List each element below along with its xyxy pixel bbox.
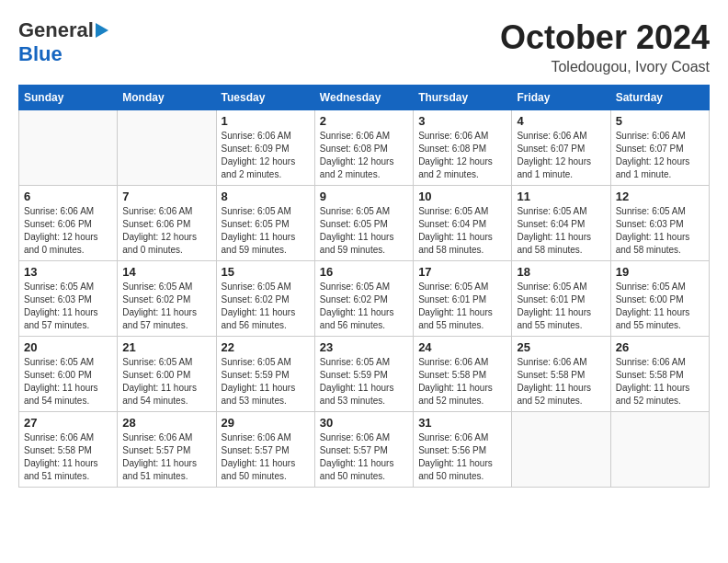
calendar-header-saturday: Saturday xyxy=(610,86,709,110)
calendar-header-tuesday: Tuesday xyxy=(216,86,314,110)
day-number: 30 xyxy=(320,416,408,430)
calendar-cell: 25Sunrise: 6:06 AM Sunset: 5:58 PM Dayli… xyxy=(512,337,610,412)
calendar-cell: 4Sunrise: 6:06 AM Sunset: 6:07 PM Daylig… xyxy=(512,110,610,186)
month-title: October 2024 xyxy=(500,18,710,57)
calendar-header-thursday: Thursday xyxy=(414,86,512,110)
calendar-cell: 23Sunrise: 6:05 AM Sunset: 5:59 PM Dayli… xyxy=(314,337,413,412)
day-number: 1 xyxy=(222,114,310,128)
day-info: Sunrise: 6:06 AM Sunset: 5:57 PM Dayligh… xyxy=(222,431,310,483)
day-info: Sunrise: 6:06 AM Sunset: 6:06 PM Dayligh… xyxy=(24,205,112,257)
calendar-cell: 10Sunrise: 6:05 AM Sunset: 6:04 PM Dayli… xyxy=(414,186,512,261)
calendar-cell: 1Sunrise: 6:06 AM Sunset: 6:09 PM Daylig… xyxy=(216,110,314,186)
day-info: Sunrise: 6:05 AM Sunset: 6:03 PM Dayligh… xyxy=(24,281,112,332)
day-info: Sunrise: 6:05 AM Sunset: 5:59 PM Dayligh… xyxy=(222,356,310,408)
day-info: Sunrise: 6:05 AM Sunset: 6:04 PM Dayligh… xyxy=(517,205,605,257)
day-number: 26 xyxy=(616,340,704,354)
day-number: 16 xyxy=(320,265,408,279)
calendar-week-row: 27Sunrise: 6:06 AM Sunset: 5:58 PM Dayli… xyxy=(19,412,710,488)
calendar-cell: 31Sunrise: 6:06 AM Sunset: 5:56 PM Dayli… xyxy=(414,412,512,488)
calendar-cell: 5Sunrise: 6:06 AM Sunset: 6:07 PM Daylig… xyxy=(610,110,709,186)
calendar-header-row: SundayMondayTuesdayWednesdayThursdayFrid… xyxy=(19,86,710,110)
day-info: Sunrise: 6:05 AM Sunset: 6:02 PM Dayligh… xyxy=(122,281,210,332)
day-number: 15 xyxy=(222,265,310,279)
day-number: 31 xyxy=(418,416,506,430)
day-info: Sunrise: 6:06 AM Sunset: 5:56 PM Dayligh… xyxy=(418,431,506,483)
calendar-cell: 24Sunrise: 6:06 AM Sunset: 5:58 PM Dayli… xyxy=(414,337,512,412)
day-info: Sunrise: 6:05 AM Sunset: 6:02 PM Dayligh… xyxy=(222,281,310,332)
calendar-table: SundayMondayTuesdayWednesdayThursdayFrid… xyxy=(18,85,710,488)
calendar-header-monday: Monday xyxy=(118,86,216,110)
day-info: Sunrise: 6:05 AM Sunset: 6:05 PM Dayligh… xyxy=(222,205,310,257)
day-number: 22 xyxy=(222,340,310,354)
calendar-cell: 20Sunrise: 6:05 AM Sunset: 6:00 PM Dayli… xyxy=(19,337,118,412)
calendar-cell: 7Sunrise: 6:06 AM Sunset: 6:06 PM Daylig… xyxy=(118,186,216,261)
location-subtitle: Toledougou, Ivory Coast xyxy=(500,59,710,75)
calendar-cell: 2Sunrise: 6:06 AM Sunset: 6:08 PM Daylig… xyxy=(314,110,413,186)
day-number: 29 xyxy=(222,416,310,430)
calendar-cell: 17Sunrise: 6:05 AM Sunset: 6:01 PM Dayli… xyxy=(414,261,512,337)
calendar-cell: 30Sunrise: 6:06 AM Sunset: 5:57 PM Dayli… xyxy=(314,412,413,488)
day-info: Sunrise: 6:05 AM Sunset: 6:03 PM Dayligh… xyxy=(616,205,704,257)
day-info: Sunrise: 6:05 AM Sunset: 6:00 PM Dayligh… xyxy=(616,281,704,332)
day-number: 18 xyxy=(517,265,605,279)
calendar-cell: 13Sunrise: 6:05 AM Sunset: 6:03 PM Dayli… xyxy=(19,261,118,337)
calendar-cell xyxy=(512,412,610,488)
calendar-cell: 15Sunrise: 6:05 AM Sunset: 6:02 PM Dayli… xyxy=(216,261,314,337)
day-number: 27 xyxy=(24,416,112,430)
day-info: Sunrise: 6:06 AM Sunset: 5:58 PM Dayligh… xyxy=(24,431,112,483)
day-number: 3 xyxy=(418,114,506,128)
day-number: 9 xyxy=(320,190,408,203)
calendar-cell: 18Sunrise: 6:05 AM Sunset: 6:01 PM Dayli… xyxy=(512,261,610,337)
day-info: Sunrise: 6:05 AM Sunset: 6:02 PM Dayligh… xyxy=(320,281,408,332)
calendar-header-friday: Friday xyxy=(512,86,610,110)
day-number: 20 xyxy=(24,340,112,354)
day-number: 4 xyxy=(517,114,605,128)
day-info: Sunrise: 6:05 AM Sunset: 6:01 PM Dayligh… xyxy=(517,281,605,332)
calendar-week-row: 13Sunrise: 6:05 AM Sunset: 6:03 PM Dayli… xyxy=(19,261,710,337)
day-number: 24 xyxy=(418,340,506,354)
day-info: Sunrise: 6:06 AM Sunset: 5:57 PM Dayligh… xyxy=(320,431,408,483)
calendar-cell: 19Sunrise: 6:05 AM Sunset: 6:00 PM Dayli… xyxy=(610,261,709,337)
calendar-cell: 6Sunrise: 6:06 AM Sunset: 6:06 PM Daylig… xyxy=(19,186,118,261)
calendar-cell: 11Sunrise: 6:05 AM Sunset: 6:04 PM Dayli… xyxy=(512,186,610,261)
calendar-cell: 26Sunrise: 6:06 AM Sunset: 5:58 PM Dayli… xyxy=(610,337,709,412)
day-number: 19 xyxy=(616,265,704,279)
header: General Blue October 2024 Toledougou, Iv… xyxy=(18,18,710,75)
day-number: 12 xyxy=(616,190,704,203)
day-info: Sunrise: 6:05 AM Sunset: 6:05 PM Dayligh… xyxy=(320,205,408,257)
day-number: 10 xyxy=(418,190,506,203)
day-number: 11 xyxy=(517,190,605,203)
day-info: Sunrise: 6:06 AM Sunset: 5:58 PM Dayligh… xyxy=(517,356,605,408)
logo-arrow-icon xyxy=(96,23,108,38)
day-info: Sunrise: 6:06 AM Sunset: 6:08 PM Dayligh… xyxy=(320,130,408,181)
calendar-cell: 8Sunrise: 6:05 AM Sunset: 6:05 PM Daylig… xyxy=(216,186,314,261)
day-number: 17 xyxy=(418,265,506,279)
day-info: Sunrise: 6:06 AM Sunset: 6:07 PM Dayligh… xyxy=(517,130,605,181)
day-info: Sunrise: 6:05 AM Sunset: 6:00 PM Dayligh… xyxy=(122,356,210,408)
day-number: 7 xyxy=(122,190,210,203)
day-info: Sunrise: 6:06 AM Sunset: 5:58 PM Dayligh… xyxy=(616,356,704,408)
day-number: 21 xyxy=(122,340,210,354)
day-info: Sunrise: 6:05 AM Sunset: 6:00 PM Dayligh… xyxy=(24,356,112,408)
calendar-week-row: 1Sunrise: 6:06 AM Sunset: 6:09 PM Daylig… xyxy=(19,110,710,186)
calendar-cell: 21Sunrise: 6:05 AM Sunset: 6:00 PM Dayli… xyxy=(118,337,216,412)
calendar-week-row: 6Sunrise: 6:06 AM Sunset: 6:06 PM Daylig… xyxy=(19,186,710,261)
day-info: Sunrise: 6:06 AM Sunset: 5:58 PM Dayligh… xyxy=(418,356,506,408)
calendar-cell: 12Sunrise: 6:05 AM Sunset: 6:03 PM Dayli… xyxy=(610,186,709,261)
calendar-cell xyxy=(610,412,709,488)
logo-blue-text: Blue xyxy=(18,42,63,66)
logo: General Blue xyxy=(18,18,108,66)
calendar-week-row: 20Sunrise: 6:05 AM Sunset: 6:00 PM Dayli… xyxy=(19,337,710,412)
calendar-cell xyxy=(118,110,216,186)
calendar-cell: 9Sunrise: 6:05 AM Sunset: 6:05 PM Daylig… xyxy=(314,186,413,261)
calendar-cell: 3Sunrise: 6:06 AM Sunset: 6:08 PM Daylig… xyxy=(414,110,512,186)
day-info: Sunrise: 6:05 AM Sunset: 5:59 PM Dayligh… xyxy=(320,356,408,408)
calendar-header-wednesday: Wednesday xyxy=(314,86,413,110)
day-number: 2 xyxy=(320,114,408,128)
day-number: 6 xyxy=(24,190,112,203)
calendar-cell xyxy=(19,110,118,186)
calendar-cell: 14Sunrise: 6:05 AM Sunset: 6:02 PM Dayli… xyxy=(118,261,216,337)
day-info: Sunrise: 6:06 AM Sunset: 6:06 PM Dayligh… xyxy=(122,205,210,257)
calendar-cell: 29Sunrise: 6:06 AM Sunset: 5:57 PM Dayli… xyxy=(216,412,314,488)
day-info: Sunrise: 6:05 AM Sunset: 6:04 PM Dayligh… xyxy=(418,205,506,257)
